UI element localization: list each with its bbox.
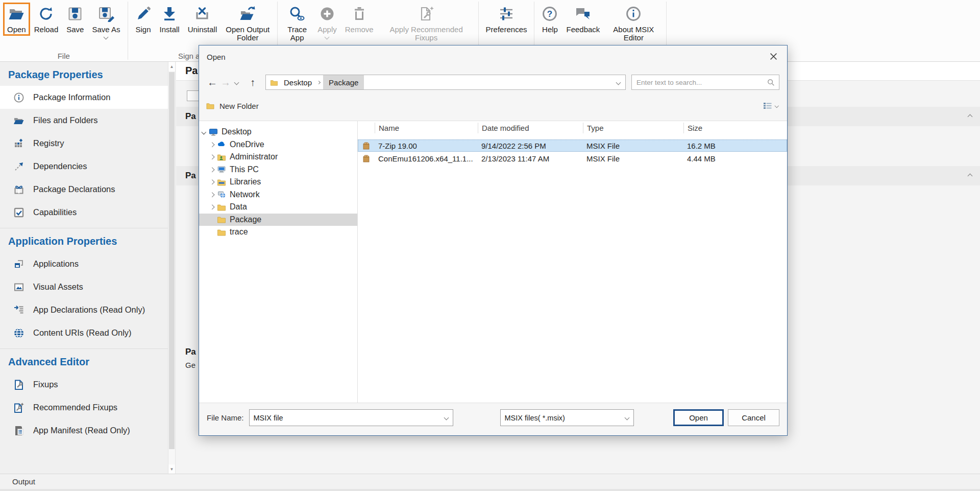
column-header-name[interactable]: Name <box>375 123 478 133</box>
scrollbar-up-arrow[interactable]: ▲ <box>168 62 175 71</box>
file-name-dropdown-icon[interactable] <box>444 415 449 420</box>
network-icon <box>217 190 226 199</box>
breadcrumb-segment-package[interactable]: Package <box>323 75 364 89</box>
tree-item-label: Administrator <box>230 152 278 161</box>
dialog-cancel-button[interactable]: Cancel <box>728 409 779 426</box>
view-options-dropdown-icon[interactable] <box>774 104 778 108</box>
breadcrumb-chevron-icon[interactable] <box>317 80 321 84</box>
file-name-label: File Name: <box>207 413 244 422</box>
forward-button[interactable]: → <box>219 77 232 88</box>
address-dropdown-icon[interactable] <box>616 80 621 85</box>
column-header-icon[interactable] <box>358 123 375 133</box>
tree-item-package[interactable]: Package <box>199 214 357 226</box>
trace-app-button[interactable]: Trace App <box>281 3 313 43</box>
save-as-button[interactable]: Save As <box>88 3 124 40</box>
collapse-chevron-icon[interactable] <box>968 174 973 179</box>
uninstall-button[interactable]: Uninstall <box>184 3 222 35</box>
about-info-icon <box>625 4 642 24</box>
remove-button[interactable]: Remove <box>341 3 378 35</box>
help-button[interactable]: ? Help <box>537 3 562 35</box>
view-options-icon <box>763 102 772 110</box>
tree-item-libraries[interactable]: Libraries <box>199 176 357 189</box>
tree-item-onedrive[interactable]: OneDrive <box>199 138 357 151</box>
tree-item-network[interactable]: Network <box>199 189 357 201</box>
tree-item-administrator[interactable]: Administrator <box>199 151 357 163</box>
package-file-icon <box>358 142 375 150</box>
column-header-size[interactable]: Size <box>683 123 787 133</box>
up-button[interactable]: ↑ <box>246 77 259 88</box>
column-header-date-modified[interactable]: Date modified <box>478 123 583 133</box>
reload-button[interactable]: Reload <box>30 3 63 35</box>
sidebar-item-package-information[interactable]: Package Information <box>0 86 168 109</box>
address-breadcrumb-bar[interactable]: Desktop Package <box>265 75 626 90</box>
open-output-folder-icon <box>239 4 256 24</box>
scrollbar-thumb[interactable] <box>169 72 175 449</box>
sidebar-item-registry[interactable]: Registry <box>0 132 168 155</box>
open-folder-icon <box>13 115 24 126</box>
file-row-7zip[interactable]: 7-Zip 19.00 9/14/2022 2:56 PM MSIX File … <box>358 139 787 152</box>
save-button-label: Save <box>66 26 84 34</box>
dialog-navigation-row: ← → ↑ Desktop Package <box>206 75 780 90</box>
sidebar-item-visual-assets[interactable]: Visual Assets <box>0 275 168 298</box>
about-msix-editor-button[interactable]: About MSIX Editor <box>604 3 663 43</box>
close-button[interactable] <box>764 50 783 65</box>
back-button[interactable]: ← <box>206 77 219 88</box>
page-title: Pa <box>185 65 199 77</box>
tree-item-data[interactable]: Data <box>199 201 357 214</box>
file-type-combobox[interactable]: MSIX files( *.msix) <box>500 409 634 426</box>
sidebar-item-fixups[interactable]: Fixups <box>0 373 168 396</box>
file-name-input[interactable] <box>250 414 445 422</box>
sign-button[interactable]: Sign <box>131 3 156 35</box>
collapse-chevron-icon[interactable] <box>968 114 973 120</box>
breadcrumb-segment-desktop[interactable]: Desktop <box>278 75 317 89</box>
open-folder-icon <box>8 4 25 24</box>
apply-recommended-fixups-button[interactable]: Apply Recommended Fixups <box>378 3 475 43</box>
tree-item-trace[interactable]: trace <box>199 226 357 239</box>
output-label[interactable]: Output <box>12 477 35 486</box>
tree-item-this-pc[interactable]: This PC <box>199 163 357 176</box>
open-button[interactable]: Open <box>3 3 30 36</box>
sidebar-item-content-uris[interactable]: Content URIs (Read Only) <box>0 321 168 344</box>
tree-collapsed-chevron-icon[interactable] <box>210 205 214 209</box>
search-input[interactable] <box>632 79 767 86</box>
sidebar-scrollbar[interactable]: ▲ ▼ <box>168 62 176 474</box>
tree-collapsed-chevron-icon[interactable] <box>210 167 214 172</box>
apply-dropdown-icon[interactable] <box>325 35 330 40</box>
save-as-button-label: Save As <box>92 26 120 34</box>
tree-collapsed-chevron-icon[interactable] <box>210 192 214 197</box>
file-type-dropdown-icon[interactable] <box>624 415 629 420</box>
apply-button[interactable]: Apply <box>313 3 341 40</box>
save-button[interactable]: Save <box>62 3 88 35</box>
open-output-folder-button[interactable]: Open Output Folder <box>221 3 274 43</box>
tree-collapsed-chevron-icon[interactable] <box>210 180 214 184</box>
file-type-value: MSIX files( *.msix) <box>501 414 625 422</box>
dialog-footer: File Name: MSIX files( *.msix) Open Canc… <box>207 409 779 426</box>
file-name-combobox[interactable] <box>249 409 453 426</box>
tree-collapsed-chevron-icon[interactable] <box>210 142 214 147</box>
new-folder-button[interactable]: New Folder <box>206 102 259 110</box>
column-header-type[interactable]: Type <box>583 123 683 133</box>
tree-collapsed-chevron-icon[interactable] <box>210 155 214 159</box>
sidebar-item-app-manifest[interactable]: App Manifest (Read Only) <box>0 419 168 442</box>
sidebar-item-app-declarations[interactable]: App Declarations (Read Only) <box>0 298 168 321</box>
install-button[interactable]: Install <box>156 3 184 35</box>
tree-expanded-chevron-icon[interactable] <box>202 130 206 134</box>
history-dropdown-icon[interactable] <box>234 80 239 85</box>
feedback-button[interactable]: Feedback <box>562 3 604 35</box>
dialog-open-button[interactable]: Open <box>673 409 724 426</box>
file-row-conemu[interactable]: ConEmu161206.x64_11.1... 2/13/2023 11:47… <box>358 152 787 165</box>
sidebar-item-capabilities[interactable]: Capabilities <box>0 201 168 224</box>
search-icon[interactable] <box>767 79 775 86</box>
save-as-dropdown-icon[interactable] <box>104 35 109 40</box>
scrollbar-down-arrow[interactable]: ▼ <box>168 464 175 474</box>
sidebar-item-files-and-folders[interactable]: Files and Folders <box>0 109 168 132</box>
sidebar-item-applications[interactable]: Applications <box>0 252 168 275</box>
sidebar-item-recommended-fixups[interactable]: Recommended Fixups <box>0 396 168 419</box>
tree-item-desktop[interactable]: Desktop <box>199 126 357 138</box>
checkbox-check-icon <box>13 207 24 218</box>
preferences-button[interactable]: Preferences <box>482 3 531 35</box>
sidebar-item-dependencies[interactable]: Dependencies <box>0 155 168 178</box>
section-label: Pa <box>185 347 199 357</box>
view-options-button[interactable] <box>761 100 781 111</box>
sidebar-item-package-declarations[interactable]: Package Declarations <box>0 178 168 201</box>
